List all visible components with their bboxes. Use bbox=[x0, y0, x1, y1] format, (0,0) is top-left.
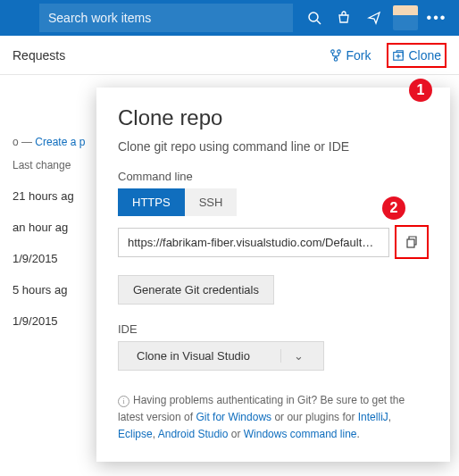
svg-rect-6 bbox=[407, 239, 414, 247]
copy-icon bbox=[405, 235, 419, 249]
link-windows-cmd[interactable]: Windows command line bbox=[244, 428, 357, 440]
link-intellij[interactable]: IntelliJ bbox=[358, 411, 388, 423]
help-text: iHaving problems authenticating in Git? … bbox=[118, 392, 429, 444]
svg-point-0 bbox=[309, 13, 318, 21]
clone-label: Clone bbox=[408, 48, 441, 63]
command-line-label: Command line bbox=[118, 170, 429, 183]
page-title: Requests bbox=[13, 48, 313, 63]
callout-2: 2 bbox=[382, 196, 405, 220]
fork-link[interactable]: Fork bbox=[330, 48, 371, 63]
ide-label: IDE bbox=[118, 322, 429, 336]
clone-url-input[interactable]: https://fabrikam-fiber.visualstudio.com/… bbox=[118, 228, 389, 257]
tab-ssh[interactable]: SSH bbox=[185, 188, 238, 216]
popover-title: Clone repo bbox=[118, 105, 429, 130]
send-icon[interactable] bbox=[359, 11, 389, 25]
link-eclipse[interactable]: Eclipse bbox=[118, 428, 153, 440]
clone-ide-button[interactable]: Clone in Visual Studio ⌄ bbox=[118, 341, 324, 371]
callout-1: 1 bbox=[409, 79, 432, 102]
svg-point-4 bbox=[335, 57, 338, 61]
search-icon[interactable] bbox=[300, 11, 329, 25]
svg-point-3 bbox=[338, 49, 341, 53]
tab-https[interactable]: HTTPS bbox=[118, 188, 185, 216]
search-box[interactable] bbox=[39, 4, 293, 32]
fork-icon bbox=[330, 49, 342, 62]
clone-button[interactable]: Clone bbox=[387, 43, 446, 68]
avatar[interactable] bbox=[393, 5, 418, 30]
fork-label: Fork bbox=[346, 48, 371, 63]
clone-icon bbox=[392, 49, 405, 62]
copy-button[interactable] bbox=[400, 230, 423, 254]
link-git-windows[interactable]: Git for Windows bbox=[196, 411, 271, 423]
breadcrumb-link[interactable]: Create a p bbox=[35, 136, 85, 148]
generate-credentials-button[interactable]: Generate Git credentials bbox=[118, 275, 274, 305]
clone-popover: Clone repo Clone git repo using command … bbox=[96, 88, 450, 462]
info-icon: i bbox=[118, 396, 129, 407]
clone-ide-label: Clone in Visual Studio bbox=[137, 349, 250, 363]
search-input[interactable] bbox=[48, 11, 284, 25]
chevron-down-icon[interactable]: ⌄ bbox=[280, 349, 305, 363]
popover-subtitle: Clone git repo using command line or IDE bbox=[118, 139, 429, 154]
shopping-icon[interactable] bbox=[329, 11, 359, 25]
link-android-studio[interactable]: Android Studio bbox=[158, 428, 229, 440]
more-icon[interactable]: ••• bbox=[421, 10, 452, 26]
svg-point-2 bbox=[331, 49, 335, 53]
svg-line-1 bbox=[317, 21, 321, 24]
